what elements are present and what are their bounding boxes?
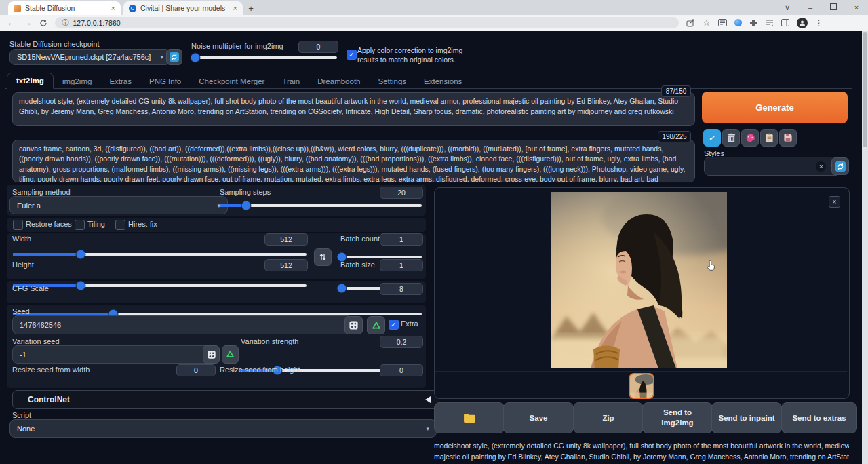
url-text: 127.0.0.1:7860 bbox=[73, 19, 121, 27]
reload-icon[interactable] bbox=[39, 19, 47, 27]
new-tab-button[interactable]: + bbox=[243, 1, 259, 15]
width-slider[interactable] bbox=[13, 253, 307, 256]
blue-dot-extension-icon[interactable] bbox=[734, 19, 742, 26]
prompt-textarea[interactable]: modelshoot style, (extremely detailed CG… bbox=[12, 92, 695, 126]
gallery-thumbnail-selected[interactable] bbox=[629, 373, 654, 399]
open-folder-button[interactable] bbox=[434, 402, 505, 433]
window-minimize-icon[interactable]: – bbox=[799, 3, 822, 12]
reading-list-icon[interactable] bbox=[765, 20, 774, 26]
extra-seed-checkbox[interactable]: ✓ bbox=[389, 320, 399, 330]
variation-strength-value[interactable]: 0.2 bbox=[380, 336, 423, 348]
reuse-seed-button[interactable] bbox=[367, 316, 385, 334]
back-icon[interactable]: ← bbox=[7, 18, 16, 27]
extra-networks-button[interactable] bbox=[741, 129, 759, 147]
save-button[interactable]: Save bbox=[503, 402, 574, 433]
batch-count-slider[interactable] bbox=[339, 256, 422, 258]
side-panel-icon[interactable] bbox=[781, 19, 789, 26]
close-icon[interactable]: × bbox=[829, 196, 840, 208]
kebab-menu-icon[interactable]: ⋮ bbox=[815, 18, 823, 28]
width-value[interactable]: 512 bbox=[264, 233, 308, 246]
paste-params-button[interactable]: ↙ bbox=[703, 129, 721, 147]
apply-style-button[interactable] bbox=[760, 129, 778, 147]
scrollbar[interactable] bbox=[862, 31, 868, 464]
refresh-checkpoints-button[interactable] bbox=[166, 49, 182, 65]
reuse-variation-seed-button[interactable] bbox=[222, 345, 239, 364]
script-label: Script bbox=[12, 411, 31, 419]
generate-button[interactable]: Generate bbox=[702, 92, 848, 123]
site-info-icon[interactable]: ⓘ bbox=[62, 18, 69, 28]
hires-fix-checkbox[interactable] bbox=[115, 220, 125, 230]
tab-png-info[interactable]: PNG Info bbox=[140, 74, 190, 89]
sampling-steps-label: Sampling steps bbox=[220, 188, 271, 196]
extensions-puzzle-icon[interactable] bbox=[749, 19, 757, 27]
sampling-method-dropdown[interactable]: Euler a ▾ bbox=[9, 196, 228, 214]
browser-tab-inactive[interactable]: C Civitai | Share your models × bbox=[123, 1, 243, 15]
extension-grid-icon[interactable] bbox=[718, 19, 727, 26]
tab-txt2img[interactable]: txt2img bbox=[7, 73, 54, 89]
batch-count-value[interactable]: 1 bbox=[380, 233, 423, 246]
tab-checkpoint-merger[interactable]: Checkpoint Merger bbox=[190, 74, 273, 89]
address-bar[interactable]: ⓘ 127.0.0.1:7860 bbox=[55, 17, 679, 28]
sampling-steps-slider[interactable] bbox=[220, 204, 422, 207]
tab-extras[interactable]: Extras bbox=[100, 74, 140, 89]
tab-img2img[interactable]: img2img bbox=[54, 74, 100, 89]
tiling-checkbox[interactable] bbox=[75, 220, 85, 230]
forward-icon[interactable]: → bbox=[23, 18, 32, 27]
sampling-method-value: Euler a bbox=[17, 201, 41, 210]
swap-dimensions-button[interactable] bbox=[314, 248, 332, 266]
controlnet-accordion[interactable]: ControlNet bbox=[12, 390, 439, 409]
styles-dropdown[interactable]: × ▾ bbox=[704, 157, 841, 176]
color-correction-checkbox[interactable]: ✓ bbox=[347, 50, 357, 60]
height-value[interactable]: 512 bbox=[264, 259, 308, 271]
tab-extensions[interactable]: Extensions bbox=[415, 74, 471, 89]
height-slider[interactable] bbox=[13, 284, 307, 287]
noise-multiplier-label: Noise multiplier for img2img bbox=[191, 42, 283, 50]
send-to-extras-button[interactable]: Send to extras bbox=[781, 402, 857, 433]
random-variation-seed-button[interactable] bbox=[203, 345, 220, 364]
window-restore-icon[interactable] bbox=[822, 3, 845, 12]
image-viewer-panel: × bbox=[434, 187, 850, 399]
save-style-button[interactable] bbox=[779, 129, 797, 147]
collapse-arrow-icon bbox=[425, 396, 431, 403]
negative-prompt-textarea[interactable]: canvas frame, cartoon, 3d, ((disfigured)… bbox=[12, 140, 695, 182]
tab-settings[interactable]: Settings bbox=[370, 74, 416, 89]
seed-value: 1476462546 bbox=[20, 321, 61, 329]
refresh-icon bbox=[835, 161, 846, 172]
resize-seed-width-label: Resize seed from width bbox=[12, 366, 90, 374]
scrollbar-thumb[interactable] bbox=[863, 32, 867, 147]
send-to-img2img-button[interactable]: Send to img2img bbox=[642, 402, 713, 433]
refresh-styles-button[interactable] bbox=[831, 157, 849, 175]
tab-close-icon[interactable]: × bbox=[233, 4, 237, 12]
resize-seed-width-value[interactable]: 0 bbox=[176, 364, 216, 376]
cfg-scale-value[interactable]: 8 bbox=[380, 283, 423, 295]
noise-multiplier-value[interactable]: 0 bbox=[298, 41, 338, 53]
restore-faces-checkbox[interactable] bbox=[13, 220, 23, 230]
window-close-icon[interactable]: × bbox=[845, 3, 868, 12]
browser-tab-active[interactable]: Stable Diffusion × bbox=[8, 1, 121, 15]
batch-size-value[interactable]: 1 bbox=[380, 259, 423, 271]
sampling-steps-value[interactable]: 20 bbox=[380, 187, 423, 199]
random-seed-button[interactable] bbox=[344, 316, 363, 334]
window-menu-icon[interactable]: ∨ bbox=[776, 3, 799, 12]
share-icon[interactable] bbox=[686, 19, 695, 27]
zip-button[interactable]: Zip bbox=[573, 402, 644, 433]
generated-image[interactable] bbox=[551, 192, 727, 368]
color-correction-label: Apply color correction to img2img result… bbox=[357, 45, 484, 64]
profile-avatar[interactable] bbox=[797, 18, 808, 28]
clear-prompt-button[interactable] bbox=[722, 129, 740, 147]
bookmark-star-icon[interactable]: ☆ bbox=[703, 18, 711, 28]
send-to-inpaint-button[interactable]: Send to inpaint bbox=[711, 402, 782, 433]
tab-train[interactable]: Train bbox=[273, 74, 309, 89]
hires-fix-label: Hires. fix bbox=[128, 220, 157, 228]
script-dropdown[interactable]: None ▾ bbox=[9, 419, 437, 438]
tab-dreambooth[interactable]: Dreambooth bbox=[309, 74, 369, 89]
variation-seed-input[interactable]: -1 bbox=[12, 345, 216, 364]
seed-input[interactable]: 1476462546 bbox=[12, 315, 353, 334]
resize-seed-height-value[interactable]: 0 bbox=[380, 364, 423, 376]
noise-multiplier-slider[interactable] bbox=[191, 56, 337, 59]
batch-size-label: Batch size bbox=[340, 260, 375, 269]
checkpoint-dropdown[interactable]: SD15NewVAEpruned.ckpt [27a4ac756c] ▾ bbox=[9, 49, 171, 65]
tab-close-icon[interactable]: × bbox=[111, 4, 115, 12]
clear-styles-icon[interactable]: × bbox=[816, 161, 826, 172]
swap-icon bbox=[319, 252, 327, 262]
